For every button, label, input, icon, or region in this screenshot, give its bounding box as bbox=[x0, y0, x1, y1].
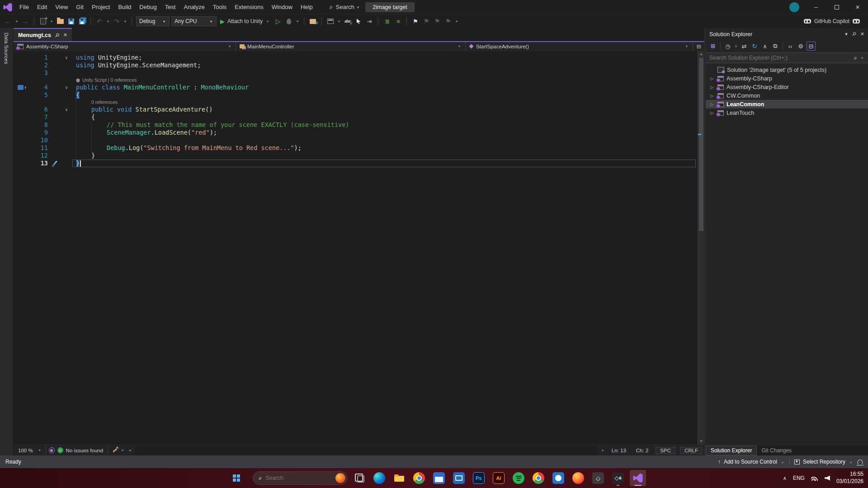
preview-window-icon[interactable] bbox=[326, 16, 335, 26]
code-cleanup-icon[interactable] bbox=[113, 448, 117, 452]
tree-project-leantouch[interactable]: ▷LeanTouch bbox=[706, 108, 868, 117]
glyph-margin[interactable] bbox=[14, 113, 29, 121]
tree-project-assembly-csharp-editor[interactable]: ▷Assembly-CSharp-Editor bbox=[706, 83, 868, 91]
scroll-right-icon[interactable]: ▸ bbox=[601, 448, 605, 452]
filter-dropdown[interactable]: ▾ bbox=[734, 44, 738, 48]
open-folder-icon[interactable] bbox=[56, 16, 65, 26]
line-indicator[interactable]: Ln: 13 bbox=[608, 448, 630, 453]
expander-icon[interactable]: ▷ bbox=[709, 85, 715, 89]
glyph-margin[interactable] bbox=[14, 99, 29, 106]
tree-project-leancommon[interactable]: ▷LeanCommon bbox=[706, 100, 868, 108]
menu-item-tools[interactable]: Tools bbox=[209, 0, 231, 14]
properties-icon[interactable]: ⚙ bbox=[796, 42, 805, 51]
solution-node[interactable]: Solution '2image target' (5 of 5 project… bbox=[706, 66, 868, 74]
taskbar-icon-file-explorer[interactable] bbox=[391, 470, 407, 486]
sync-with-active-document-icon[interactable]: ⇄ bbox=[740, 42, 749, 51]
fold-marker[interactable] bbox=[61, 136, 72, 144]
navigate-back-dropdown[interactable]: ▾ bbox=[14, 19, 19, 23]
solution-explorer-search[interactable]: ⌕ ▾ bbox=[706, 52, 868, 63]
navigate-forward-icon[interactable]: → bbox=[21, 16, 30, 26]
selection-pointer-icon[interactable] bbox=[354, 16, 363, 26]
taskbar-icon-chrome[interactable] bbox=[411, 470, 427, 486]
menu-item-file[interactable]: File bbox=[15, 0, 33, 14]
fold-marker[interactable] bbox=[61, 121, 72, 129]
panel-options-icon[interactable]: ▾ bbox=[845, 31, 848, 37]
volume-icon[interactable] bbox=[825, 476, 830, 481]
menu-item-build[interactable]: Build bbox=[114, 0, 135, 14]
select-repository-button[interactable]: Select Repository ▴ bbox=[794, 459, 853, 465]
taskbar-icon-task-view[interactable] bbox=[351, 470, 368, 486]
fold-marker[interactable] bbox=[61, 160, 72, 167]
glyph-margin[interactable] bbox=[14, 84, 29, 91]
close-panel-icon[interactable]: ✕ bbox=[860, 31, 864, 37]
uncomment-lines-icon[interactable]: ≡ bbox=[393, 16, 402, 26]
issues-label[interactable]: No issues found bbox=[66, 448, 103, 453]
next-bookmark-icon[interactable]: ⚑ bbox=[433, 16, 442, 26]
expander-icon[interactable]: ▷ bbox=[709, 102, 715, 107]
taskbar-icon-photos[interactable] bbox=[550, 470, 566, 486]
intellicode-icon[interactable] bbox=[49, 447, 55, 453]
scroll-up-icon[interactable]: ▲ bbox=[698, 51, 704, 57]
member-dropdown[interactable]: StartSpaceAdventure() ▾ bbox=[466, 42, 693, 51]
line-ending-indicator[interactable]: CRLF bbox=[680, 447, 703, 454]
notifications-bell-icon[interactable] bbox=[858, 460, 863, 464]
scroll-left-icon[interactable]: ◂ bbox=[127, 448, 132, 452]
tab-menumgt-cs[interactable]: Menumgt.cs ⚲ ✕ bbox=[14, 28, 72, 41]
save-all-icon[interactable] bbox=[77, 16, 86, 26]
glyph-margin[interactable] bbox=[14, 61, 29, 69]
glyph-margin[interactable] bbox=[14, 121, 29, 129]
menu-item-project[interactable]: Project bbox=[88, 0, 114, 14]
taskbar-icon-firefox[interactable] bbox=[570, 470, 586, 486]
navigate-back-icon[interactable]: ← bbox=[4, 16, 13, 26]
menu-item-test[interactable]: Test bbox=[161, 0, 180, 14]
expander-icon[interactable]: ▷ bbox=[709, 76, 715, 81]
project-dropdown[interactable]: Assembly-CSharp ▾ bbox=[14, 42, 236, 51]
redo-dropdown[interactable]: ▾ bbox=[123, 19, 127, 23]
fold-marker[interactable] bbox=[61, 77, 72, 84]
attach-to-unity-button[interactable]: ▶ Attach to Unity ▾ bbox=[218, 18, 272, 25]
glyph-margin[interactable] bbox=[14, 160, 29, 167]
tree-project-cw.common[interactable]: ▷CW.Common bbox=[706, 91, 868, 100]
pin-icon[interactable]: ⚲ bbox=[850, 31, 857, 38]
language-indicator[interactable]: ENG bbox=[793, 475, 805, 481]
pending-changes-filter-icon[interactable]: ◷ bbox=[723, 42, 732, 51]
code-editor[interactable]: 1∨using UnityEngine;2using UnityEngine.S… bbox=[14, 51, 698, 445]
collapse-all-icon[interactable]: ∧ bbox=[760, 42, 769, 51]
view-code-icon[interactable]: ‹› bbox=[786, 42, 795, 51]
maximize-button[interactable] bbox=[826, 0, 847, 14]
start-without-debugging-icon[interactable]: ▷ bbox=[274, 16, 283, 26]
tab-git-changes[interactable]: Git Changes bbox=[757, 446, 796, 455]
expander-icon[interactable]: ▷ bbox=[709, 94, 715, 98]
taskbar-icon-edge[interactable] bbox=[371, 470, 387, 486]
menu-item-debug[interactable]: Debug bbox=[135, 0, 160, 14]
clock[interactable]: 16:55 03/01/2026 bbox=[836, 471, 863, 485]
glyph-margin[interactable] bbox=[14, 91, 29, 99]
quick-actions-icon[interactable] bbox=[52, 160, 57, 166]
taskbar-search-input[interactable] bbox=[265, 475, 332, 481]
scroll-down-icon[interactable]: ▼ bbox=[698, 438, 704, 445]
close-tab-icon[interactable]: ✕ bbox=[63, 32, 67, 38]
minimize-button[interactable]: ─ bbox=[806, 0, 826, 14]
tray-overflow-icon[interactable]: ∧ bbox=[783, 475, 787, 481]
zoom-dropdown[interactable]: 100 % ▾ bbox=[14, 445, 46, 455]
glyph-margin[interactable] bbox=[14, 144, 29, 152]
menu-item-analyze[interactable]: Analyze bbox=[179, 0, 208, 14]
close-button[interactable]: ✕ bbox=[847, 0, 868, 14]
glyph-margin[interactable] bbox=[14, 77, 29, 84]
redo-icon[interactable]: ↷ bbox=[112, 16, 121, 26]
taskbar-icon-mail[interactable] bbox=[451, 470, 467, 486]
github-copilot-button[interactable]: GitHub Copilot bbox=[804, 18, 864, 24]
fold-marker[interactable]: ∨ bbox=[61, 84, 72, 91]
show-all-files-icon[interactable]: ⧉ bbox=[771, 42, 780, 51]
previous-bookmark-icon[interactable]: ⚑ bbox=[422, 16, 431, 26]
solution-name-badge[interactable]: 2image target bbox=[365, 2, 414, 12]
glyph-margin[interactable] bbox=[14, 54, 29, 61]
spell-check-icon[interactable]: abc bbox=[343, 16, 352, 26]
editor-vertical-scrollbar[interactable]: ▲ ▼ bbox=[698, 51, 704, 445]
fold-marker[interactable] bbox=[61, 69, 72, 77]
menu-item-help[interactable]: Help bbox=[297, 0, 317, 14]
hot-reload-dropdown[interactable]: ▾ bbox=[295, 19, 300, 23]
glyph-margin[interactable] bbox=[14, 106, 29, 113]
glyph-margin[interactable] bbox=[14, 69, 29, 77]
refresh-icon[interactable]: ↻ bbox=[750, 42, 759, 51]
